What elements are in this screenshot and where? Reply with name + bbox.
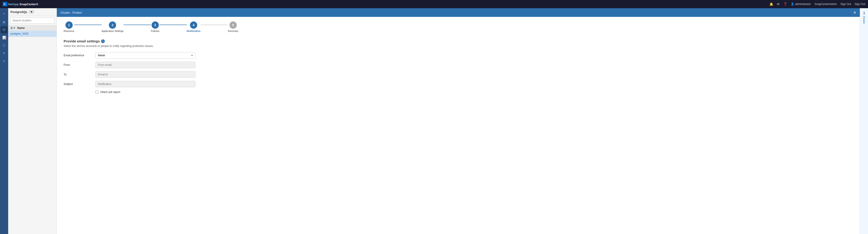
step-label-1: Resource (64, 30, 74, 32)
section-title: Provide email settings i (64, 39, 853, 43)
step-connector-2-3 (124, 25, 151, 25)
email-preference-select[interactable]: Never Always On Failure On Warning (95, 52, 195, 58)
from-label: From (64, 63, 95, 67)
email-preference-control: Never Always On Failure On Warning (95, 52, 195, 58)
nav-grid-icon[interactable]: ⊞ (1, 19, 7, 26)
subject-control (95, 81, 195, 87)
email-preference-label: Email preference (64, 54, 95, 57)
table-row[interactable]: postgres_5432 (8, 31, 57, 37)
list-view-icon[interactable]: ☰ (10, 27, 13, 30)
stepper: 1 Resource 2 Application Settings 3 (64, 21, 853, 32)
subject-row: Subject (64, 81, 853, 87)
svg-text:N: N (4, 3, 5, 5)
step-circle-2[interactable]: 2 (109, 21, 116, 29)
to-control (95, 71, 195, 78)
nav-shield-icon[interactable]: 🛡 (1, 26, 7, 33)
close-icon[interactable]: ✕ (853, 10, 856, 15)
step-label-3: Policies (151, 30, 159, 32)
to-label: To (64, 73, 95, 76)
icon-sidebar: ‹ ⊞ 🛡 📊 ⬡ ≡ ⚠ (0, 8, 8, 234)
step-connector-3-4 (159, 25, 187, 25)
attach-job-report-row: Attach job report (95, 90, 853, 94)
table-header: ☰ ⚑ Name (8, 26, 57, 31)
top-bar: N NetApp SnapCenter® 🔔 ✉ ❓ 👤 administrat… (0, 0, 868, 8)
step-circle-5[interactable]: 5 (229, 21, 237, 29)
nav-alert-icon[interactable]: ⚠ (1, 57, 7, 64)
from-row: From (64, 62, 853, 68)
breadcrumb: Cluster - Protect (60, 11, 82, 15)
app-brand: NetApp SnapCenter® (8, 2, 38, 6)
signout-label[interactable]: Sign Out (855, 2, 865, 6)
step-circle-3[interactable]: 3 (152, 21, 159, 29)
user-icon: 👤 (791, 2, 794, 6)
section-title-text: Provide email settings (64, 39, 100, 43)
details-panel: ℹ Details (860, 8, 868, 234)
nav-reports-icon[interactable]: ≡ (1, 50, 7, 56)
step-connector-1-2 (74, 25, 101, 25)
mail-icon[interactable]: ✉ (777, 2, 780, 6)
top-bar-left: N NetApp SnapCenter® (3, 2, 38, 6)
app-layout: ‹ ⊞ 🛡 📊 ⬡ ≡ ⚠ PostgreSQL ▼ ☰ ⚑ Name post… (0, 8, 868, 234)
step-circle-4[interactable]: 4 (190, 21, 197, 29)
subject-label: Subject (64, 82, 95, 86)
wizard-area: 1 Resource 2 Application Settings 3 (57, 17, 860, 234)
search-bar (8, 16, 57, 26)
step-label-2: Application Settings (101, 30, 124, 32)
step-label-4: Notification (187, 30, 200, 32)
resource-sidebar: PostgreSQL ▼ ☰ ⚑ Name postgres_5432 (8, 8, 57, 234)
top-bar-right: 🔔 ✉ ❓ 👤 administrator SnapCenterAdmin Si… (769, 2, 865, 6)
step-3: 3 Policies (151, 21, 159, 32)
help-icon[interactable]: ❓ (783, 2, 787, 6)
plugin-name: PostgreSQL (10, 10, 28, 14)
attach-job-report-checkbox[interactable] (95, 91, 98, 94)
attach-job-report-label: Attach job report (100, 90, 120, 94)
plugin-dropdown[interactable]: ▼ (29, 10, 34, 14)
details-label[interactable]: Details (863, 16, 866, 24)
step-label-5: Summary (228, 30, 238, 32)
step-1: 1 Resource (64, 21, 74, 32)
step-2: 2 Application Settings (101, 21, 124, 32)
from-control (95, 62, 195, 68)
to-row: To (64, 71, 853, 78)
info-icon[interactable]: i (101, 40, 105, 43)
step-5: 5 Summary (228, 21, 238, 32)
from-input[interactable] (95, 62, 195, 68)
user-info: 👤 administrator (791, 2, 811, 6)
bell-icon[interactable]: 🔔 (769, 2, 773, 6)
tenant-name: SnapCenterAdmin (815, 2, 837, 6)
step-connector-4-5 (200, 25, 228, 25)
to-input[interactable] (95, 71, 195, 78)
main-content: Cluster - Protect ✕ 1 Resource 2 App (57, 8, 860, 234)
nav-topology-icon[interactable]: ⬡ (1, 42, 7, 49)
nav-collapse-icon[interactable]: ‹ (1, 10, 7, 17)
netapp-logo: N NetApp SnapCenter® (3, 2, 38, 6)
table-header-icons: ☰ ⚑ (10, 27, 16, 30)
email-preference-row: Email preference Never Always On Failure… (64, 52, 853, 58)
resource-sidebar-header: PostgreSQL ▼ (8, 8, 57, 16)
user-name: administrator (795, 2, 811, 6)
subject-input[interactable] (95, 81, 195, 87)
search-input[interactable] (10, 18, 54, 24)
step-4: 4 Notification (187, 21, 200, 32)
breadcrumb-bar: Cluster - Protect ✕ (57, 8, 860, 17)
column-name-header: Name (17, 26, 25, 30)
nav-chart-icon[interactable]: 📊 (1, 34, 7, 41)
signout-button[interactable]: Sign Out (840, 2, 851, 6)
step-circle-1[interactable]: 1 (65, 21, 73, 29)
cluster-name: postgres_5432 (10, 32, 28, 35)
details-icon: ℹ (864, 11, 865, 15)
flag-icon: ⚑ (13, 27, 16, 30)
section-desc: Select the service accounts or people to… (64, 45, 853, 48)
netapp-logo-icon: N (3, 2, 7, 6)
